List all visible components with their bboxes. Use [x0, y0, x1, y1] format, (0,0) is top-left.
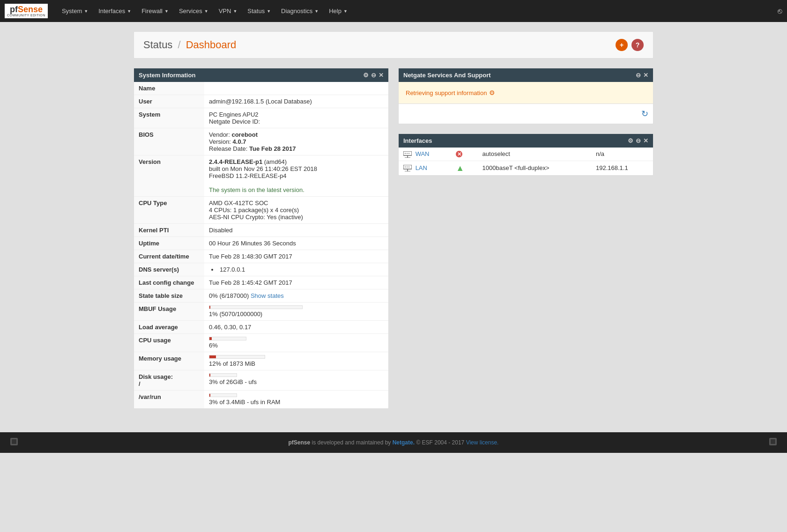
- add-widget-button[interactable]: +: [616, 39, 628, 51]
- row-value: 2.4.4-RELEASE-p1 (amd64) built on Mon No…: [204, 155, 388, 197]
- minimize-icon[interactable]: ⊖: [371, 72, 376, 79]
- iface-status-cell: ✕: [451, 148, 477, 161]
- table-row: MBUF Usage 1% (5070/1000000): [134, 303, 388, 321]
- page-title-dashboard: Dashboard: [186, 39, 237, 51]
- navbar: pfSense COMMUNITY EDITION System ▼ Inter…: [0, 0, 787, 22]
- netgate-support-header: Netgate Services And Support ⊖ ✕: [399, 68, 653, 82]
- mbuf-text: 1% (5070/1000000): [209, 310, 262, 318]
- version-release: 2.4.4-RELEASE-p1: [209, 158, 262, 165]
- network-icon: [403, 151, 412, 158]
- table-row: WAN ✕ autoselect n/a: [399, 148, 653, 161]
- nav-diagnostics[interactable]: Diagnostics ▼: [276, 5, 323, 17]
- footer-pfsense: pfSense: [289, 439, 311, 446]
- wan-link[interactable]: WAN: [416, 150, 430, 157]
- brand-logo[interactable]: pfSense COMMUNITY EDITION: [5, 4, 48, 18]
- caret-icon: ▼: [204, 9, 208, 14]
- table-row: DNS server(s) 127.0.0.1: [134, 263, 388, 276]
- footer-right-icon: [768, 437, 778, 448]
- table-row: State table size 0% (6/187000) Show stat…: [134, 289, 388, 303]
- row-label: Version: [134, 155, 204, 197]
- close-icon[interactable]: ✕: [643, 72, 648, 79]
- row-value: 3% of 26GiB - ufs: [204, 370, 388, 391]
- row-value: 6%: [204, 334, 388, 352]
- lan-link[interactable]: LAN: [416, 164, 427, 171]
- nav-help[interactable]: Help ▼: [324, 5, 352, 17]
- nav-services[interactable]: Services ▼: [174, 5, 213, 17]
- cpu-progress-bar: [209, 337, 246, 340]
- disk-root-fill: [209, 374, 210, 377]
- memory-progress-fill: [209, 355, 216, 358]
- close-icon[interactable]: ✕: [379, 72, 384, 79]
- system-info-header: System Information ⚙ ⊖ ✕: [134, 68, 388, 82]
- row-label: Name: [134, 82, 204, 95]
- nav-system[interactable]: System ▼: [57, 5, 93, 17]
- row-label: Kernel PTI: [134, 224, 204, 237]
- help-button[interactable]: ?: [631, 39, 644, 51]
- caret-icon: ▼: [267, 9, 271, 14]
- settings-icon[interactable]: ⚙: [628, 137, 633, 144]
- caret-icon: ▼: [84, 9, 88, 14]
- svg-point-10: [407, 167, 408, 168]
- page-header: Status / Dashboard + ?: [134, 31, 653, 59]
- brand-edition: COMMUNITY EDITION: [7, 14, 45, 17]
- table-row: LAN ▲ 1000baseT <full-duplex> 192.168.1.…: [399, 161, 653, 175]
- nav-status[interactable]: Status ▼: [243, 5, 275, 17]
- minimize-icon[interactable]: ⊖: [636, 72, 641, 79]
- cpu-progress-fill: [209, 337, 212, 340]
- interfaces-title: Interfaces: [403, 137, 432, 144]
- netgate-support-widget: Netgate Services And Support ⊖ ✕ Retriev…: [398, 68, 653, 124]
- nav-firewall[interactable]: Firewall ▼: [137, 5, 173, 17]
- row-value: 3% of 3.4MiB - ufs in RAM: [204, 391, 388, 409]
- svg-point-11: [408, 167, 409, 168]
- row-value: 00 Hour 26 Minutes 36 Seconds: [204, 237, 388, 250]
- refresh-icon[interactable]: ↻: [641, 109, 648, 119]
- row-label: CPU Type: [134, 197, 204, 224]
- system-info-table: Name User admin@192.168.1.5 (Local Datab…: [134, 82, 388, 408]
- close-icon[interactable]: ✕: [643, 137, 648, 144]
- system-info-widget: System Information ⚙ ⊖ ✕ Name User admin…: [134, 68, 389, 409]
- caret-icon: ▼: [343, 9, 348, 14]
- row-value: Tue Feb 28 1:48:30 GMT 2017: [204, 250, 388, 263]
- memory-text: 12% of 1873 MiB: [209, 360, 255, 367]
- show-states-link[interactable]: Show states: [251, 292, 284, 299]
- system-info-title: System Information: [139, 72, 195, 79]
- row-value: 127.0.0.1: [204, 263, 388, 276]
- row-value: admin@192.168.1.5 (Local Database): [204, 95, 388, 108]
- table-row: Last config change Tue Feb 28 1:45:42 GM…: [134, 276, 388, 289]
- disk-varrun-text: 3% of 3.4MiB - ufs in RAM: [209, 399, 280, 406]
- cpu-text: 6%: [209, 342, 218, 349]
- table-row: System PC Engines APU2Netgate Device ID:: [134, 108, 388, 128]
- footer-logo-right: [768, 437, 778, 446]
- table-row: Uptime 00 Hour 26 Minutes 36 Seconds: [134, 237, 388, 250]
- nav-logout[interactable]: ⎋: [778, 7, 782, 15]
- settings-icon[interactable]: ⚙: [363, 72, 369, 79]
- table-row: Kernel PTI Disabled: [134, 224, 388, 237]
- caret-icon: ▼: [314, 9, 319, 14]
- minimize-icon[interactable]: ⊖: [636, 137, 641, 144]
- table-row: User admin@192.168.1.5 (Local Database): [134, 95, 388, 108]
- row-label: DNS server(s): [134, 263, 204, 276]
- view-license-link[interactable]: View license.: [466, 439, 499, 446]
- footer-copyright: © ESF 2004 - 2017: [416, 439, 466, 446]
- footer-mid-text: is developed and maintained by: [312, 439, 393, 446]
- row-value: PC Engines APU2Netgate Device ID:: [204, 108, 388, 128]
- disk-root-progress-bar: [209, 373, 237, 377]
- disk-root-label: /: [139, 380, 141, 387]
- disk-varrun-fill: [209, 394, 210, 397]
- interfaces-header: Interfaces ⚙ ⊖ ✕: [399, 134, 653, 148]
- nav-interfaces[interactable]: Interfaces ▼: [94, 5, 136, 17]
- iface-detail-cell: autoselect: [478, 148, 591, 161]
- table-row: Version 2.4.4-RELEASE-p1 (amd64) built o…: [134, 155, 388, 197]
- lan-status-icon: ▲: [456, 163, 464, 173]
- netgate-support-title: Netgate Services And Support: [403, 72, 491, 79]
- nav-vpn[interactable]: VPN ▼: [214, 5, 242, 17]
- row-label: MBUF Usage: [134, 303, 204, 321]
- table-row: Current date/time Tue Feb 28 1:48:30 GMT…: [134, 250, 388, 263]
- row-value: 1% (5070/1000000): [204, 303, 388, 321]
- row-label: Disk usage:/: [134, 370, 204, 391]
- memory-progress-bar: [209, 355, 265, 359]
- wan-status-icon: ✕: [456, 151, 462, 157]
- disk-varrun-progress-bar: [209, 393, 237, 397]
- row-label: System: [134, 108, 204, 128]
- row-label: Last config change: [134, 276, 204, 289]
